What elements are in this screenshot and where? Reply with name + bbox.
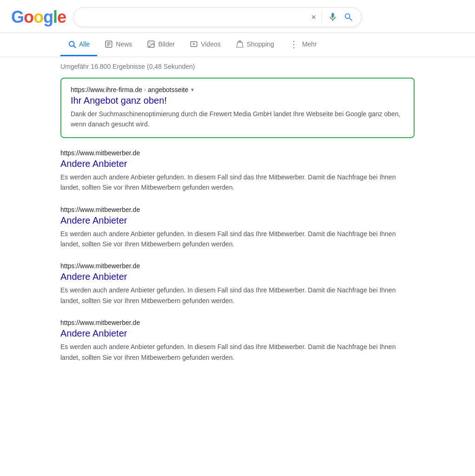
featured-result: https://www.ihre-firma.de › angebotsseit… xyxy=(60,78,415,138)
tab-mehr-label: Mehr xyxy=(302,40,317,48)
tab-videos[interactable]: Videos xyxy=(182,33,228,56)
mehr-dots-icon: ⋮ xyxy=(289,40,298,49)
result-title-2[interactable]: Andere Anbieter xyxy=(60,271,415,282)
result-description-3: Es werden auch andere Anbieter gefunden.… xyxy=(60,342,415,363)
search-result-3: https://www.mitbewerber.de Andere Anbiet… xyxy=(60,319,415,363)
news-icon xyxy=(105,40,113,48)
search-icon[interactable] xyxy=(343,12,354,22)
tab-videos-label: Videos xyxy=(201,40,221,48)
search-result-2: https://www.mitbewerber.de Andere Anbiet… xyxy=(60,262,415,306)
featured-url: https://www.ihre-firma.de › angebotsseit… xyxy=(71,86,404,93)
tab-shopping[interactable]: Shopping xyxy=(228,33,282,56)
svg-point-7 xyxy=(150,42,151,43)
result-title-3[interactable]: Andere Anbieter xyxy=(60,328,415,339)
result-description-1: Es werden auch andere Anbieter gefunden.… xyxy=(60,229,415,250)
shopping-icon xyxy=(236,40,244,48)
svg-line-1 xyxy=(73,46,75,47)
result-title-0[interactable]: Andere Anbieter xyxy=(60,159,415,169)
tab-alle[interactable]: Alle xyxy=(60,33,97,56)
tab-shopping-label: Shopping xyxy=(247,40,274,48)
featured-description: Dank der Suchmaschinenoptimierung durch … xyxy=(71,109,404,130)
videos-icon xyxy=(190,40,198,48)
organic-results: https://www.mitbewerber.de Andere Anbiet… xyxy=(60,149,415,363)
result-url-0: https://www.mitbewerber.de xyxy=(60,149,415,157)
search-result-0: https://www.mitbewerber.de Andere Anbiet… xyxy=(60,149,415,193)
results-count: Umgefähr 16.800 Ergebnisse (0,48 Sekunde… xyxy=(60,57,415,78)
search-bar-icons: × xyxy=(311,12,354,23)
tab-mehr[interactable]: ⋮ Mehr xyxy=(282,33,324,57)
google-logo: Google xyxy=(11,7,66,27)
result-url-3: https://www.mitbewerber.de xyxy=(60,319,415,326)
result-description-0: Es werden auch andere Anbieter gefunden.… xyxy=(60,172,415,193)
tab-alle-label: Alle xyxy=(79,40,90,48)
results-area: Umgefähr 16.800 Ergebnisse (0,48 Sekunde… xyxy=(0,57,475,363)
mic-icon[interactable] xyxy=(328,12,338,22)
result-description-2: Es werden auch andere Anbieter gefunden.… xyxy=(60,285,415,306)
bilder-icon xyxy=(147,40,155,48)
search-input[interactable]: Ihr Angebot wird gesucht xyxy=(81,13,307,21)
nav-tabs: Alle News Bilder Videos Shopping ⋮ M xyxy=(0,33,475,57)
search-result-1: https://www.mitbewerber.de Andere Anbiet… xyxy=(60,206,415,250)
tab-bilder-label: Bilder xyxy=(158,40,175,48)
header: Google Ihr Angebot wird gesucht × xyxy=(0,0,475,33)
divider xyxy=(322,12,322,23)
result-url-2: https://www.mitbewerber.de xyxy=(60,262,415,270)
alle-search-icon xyxy=(68,40,76,48)
tab-bilder[interactable]: Bilder xyxy=(139,33,182,56)
dropdown-arrow-icon[interactable]: ▾ xyxy=(191,86,194,93)
result-url-1: https://www.mitbewerber.de xyxy=(60,206,415,213)
svg-marker-9 xyxy=(193,43,196,46)
result-title-1[interactable]: Andere Anbieter xyxy=(60,215,415,226)
search-bar: Ihr Angebot wird gesucht × xyxy=(73,7,362,27)
featured-title[interactable]: Ihr Angebot ganz oben! xyxy=(71,95,404,106)
breadcrumb-arrow-icon: › xyxy=(144,86,146,93)
tab-news-label: News xyxy=(116,40,132,48)
tab-news[interactable]: News xyxy=(97,33,139,56)
clear-icon[interactable]: × xyxy=(311,13,317,22)
